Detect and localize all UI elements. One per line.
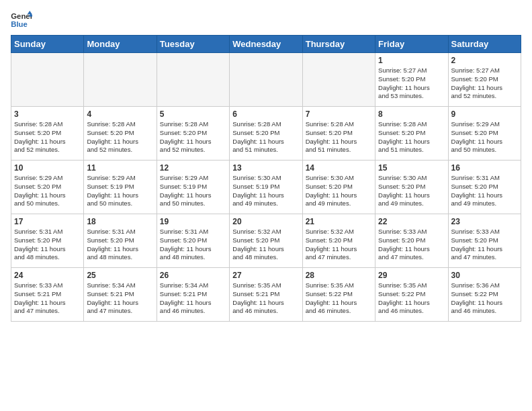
day-number: 7: [306, 109, 372, 119]
day-number: 25: [87, 271, 153, 280]
calendar-cell: [11, 53, 84, 107]
day-info: Sunrise: 5:30 AM Sunset: 5:20 PM Dayligh…: [378, 174, 445, 208]
calendar-cell: 25Sunrise: 5:34 AM Sunset: 5:21 PM Dayli…: [84, 268, 157, 322]
day-number: 20: [232, 217, 299, 226]
calendar-cell: 8Sunrise: 5:28 AM Sunset: 5:20 PM Daylig…: [375, 107, 448, 161]
day-info: Sunrise: 5:34 AM Sunset: 5:21 PM Dayligh…: [160, 281, 226, 316]
calendar-cell: 6Sunrise: 5:28 AM Sunset: 5:20 PM Daylig…: [230, 107, 302, 161]
calendar-cell: 24Sunrise: 5:33 AM Sunset: 5:21 PM Dayli…: [11, 268, 84, 322]
calendar-cell: 16Sunrise: 5:31 AM Sunset: 5:20 PM Dayli…: [448, 161, 521, 214]
day-info: Sunrise: 5:31 AM Sunset: 5:20 PM Dayligh…: [160, 228, 226, 262]
calendar-week-5: 24Sunrise: 5:33 AM Sunset: 5:21 PM Dayli…: [11, 268, 521, 322]
day-info: Sunrise: 5:28 AM Sunset: 5:20 PM Dayligh…: [232, 120, 299, 154]
day-info: Sunrise: 5:29 AM Sunset: 5:19 PM Dayligh…: [160, 174, 226, 208]
calendar-week-3: 10Sunrise: 5:29 AM Sunset: 5:20 PM Dayli…: [11, 161, 521, 214]
day-number: 15: [378, 163, 445, 173]
day-header-saturday: Saturday: [448, 36, 521, 53]
calendar-cell: 14Sunrise: 5:30 AM Sunset: 5:20 PM Dayli…: [302, 161, 375, 214]
day-number: 26: [160, 271, 226, 280]
day-info: Sunrise: 5:33 AM Sunset: 5:21 PM Dayligh…: [14, 281, 81, 316]
day-number: 17: [14, 217, 81, 226]
day-info: Sunrise: 5:28 AM Sunset: 5:20 PM Dayligh…: [14, 120, 81, 154]
day-info: Sunrise: 5:35 AM Sunset: 5:22 PM Dayligh…: [378, 281, 445, 316]
day-info: Sunrise: 5:30 AM Sunset: 5:19 PM Dayligh…: [232, 174, 299, 208]
calendar-cell: 22Sunrise: 5:33 AM Sunset: 5:20 PM Dayli…: [375, 214, 448, 268]
day-info: Sunrise: 5:28 AM Sunset: 5:20 PM Dayligh…: [378, 120, 445, 154]
calendar-cell: [157, 53, 229, 107]
calendar-cell: 5Sunrise: 5:28 AM Sunset: 5:20 PM Daylig…: [157, 107, 229, 161]
day-number: 6: [232, 109, 299, 119]
day-number: 12: [160, 163, 226, 173]
day-number: 8: [378, 109, 445, 119]
day-info: Sunrise: 5:27 AM Sunset: 5:20 PM Dayligh…: [378, 66, 445, 101]
day-info: Sunrise: 5:36 AM Sunset: 5:22 PM Dayligh…: [451, 281, 518, 316]
calendar-cell: [302, 53, 375, 107]
calendar-cell: 12Sunrise: 5:29 AM Sunset: 5:19 PM Dayli…: [157, 161, 229, 214]
day-info: Sunrise: 5:31 AM Sunset: 5:20 PM Dayligh…: [451, 174, 518, 208]
calendar-cell: [84, 53, 157, 107]
page-header: General Blue: [11, 11, 521, 30]
day-number: 16: [451, 163, 518, 173]
calendar-cell: 15Sunrise: 5:30 AM Sunset: 5:20 PM Dayli…: [375, 161, 448, 214]
calendar-cell: 23Sunrise: 5:33 AM Sunset: 5:20 PM Dayli…: [448, 214, 521, 268]
day-info: Sunrise: 5:29 AM Sunset: 5:20 PM Dayligh…: [451, 120, 518, 154]
day-info: Sunrise: 5:32 AM Sunset: 5:20 PM Dayligh…: [306, 228, 372, 262]
day-info: Sunrise: 5:27 AM Sunset: 5:20 PM Dayligh…: [451, 66, 518, 101]
calendar-cell: 27Sunrise: 5:35 AM Sunset: 5:21 PM Dayli…: [230, 268, 302, 322]
day-number: 13: [232, 163, 299, 173]
calendar-table: SundayMondayTuesdayWednesdayThursdayFrid…: [11, 35, 521, 322]
day-number: 28: [306, 271, 372, 280]
day-number: 27: [232, 271, 299, 280]
day-info: Sunrise: 5:31 AM Sunset: 5:20 PM Dayligh…: [87, 228, 153, 262]
day-number: 3: [14, 109, 81, 119]
calendar-cell: 20Sunrise: 5:32 AM Sunset: 5:20 PM Dayli…: [230, 214, 302, 268]
svg-text:Blue: Blue: [11, 20, 28, 28]
calendar-cell: 11Sunrise: 5:29 AM Sunset: 5:19 PM Dayli…: [84, 161, 157, 214]
calendar-cell: 2Sunrise: 5:27 AM Sunset: 5:20 PM Daylig…: [448, 53, 521, 107]
calendar-cell: 9Sunrise: 5:29 AM Sunset: 5:20 PM Daylig…: [448, 107, 521, 161]
calendar-cell: 30Sunrise: 5:36 AM Sunset: 5:22 PM Dayli…: [448, 268, 521, 322]
day-number: 23: [451, 217, 518, 226]
day-number: 24: [14, 271, 81, 280]
calendar-cell: 29Sunrise: 5:35 AM Sunset: 5:22 PM Dayli…: [375, 268, 448, 322]
calendar-cell: 1Sunrise: 5:27 AM Sunset: 5:20 PM Daylig…: [375, 53, 448, 107]
day-header-wednesday: Wednesday: [230, 36, 302, 53]
day-info: Sunrise: 5:33 AM Sunset: 5:20 PM Dayligh…: [451, 228, 518, 262]
day-header-sunday: Sunday: [11, 36, 84, 53]
calendar-week-1: 1Sunrise: 5:27 AM Sunset: 5:20 PM Daylig…: [11, 53, 521, 107]
day-number: 4: [87, 109, 153, 119]
day-info: Sunrise: 5:34 AM Sunset: 5:21 PM Dayligh…: [87, 281, 153, 316]
day-number: 30: [451, 271, 518, 280]
day-number: 22: [378, 217, 445, 226]
calendar-cell: [230, 53, 302, 107]
calendar-cell: 19Sunrise: 5:31 AM Sunset: 5:20 PM Dayli…: [157, 214, 229, 268]
calendar-week-4: 17Sunrise: 5:31 AM Sunset: 5:20 PM Dayli…: [11, 214, 521, 268]
calendar-cell: 7Sunrise: 5:28 AM Sunset: 5:20 PM Daylig…: [302, 107, 375, 161]
day-info: Sunrise: 5:29 AM Sunset: 5:20 PM Dayligh…: [14, 174, 81, 208]
day-info: Sunrise: 5:28 AM Sunset: 5:20 PM Dayligh…: [306, 120, 372, 154]
calendar-cell: 28Sunrise: 5:35 AM Sunset: 5:22 PM Dayli…: [302, 268, 375, 322]
day-info: Sunrise: 5:30 AM Sunset: 5:20 PM Dayligh…: [306, 174, 372, 208]
calendar-week-2: 3Sunrise: 5:28 AM Sunset: 5:20 PM Daylig…: [11, 107, 521, 161]
day-header-tuesday: Tuesday: [157, 36, 229, 53]
calendar-cell: 10Sunrise: 5:29 AM Sunset: 5:20 PM Dayli…: [11, 161, 84, 214]
day-info: Sunrise: 5:35 AM Sunset: 5:21 PM Dayligh…: [232, 281, 299, 316]
day-info: Sunrise: 5:33 AM Sunset: 5:20 PM Dayligh…: [378, 228, 445, 262]
calendar-cell: 13Sunrise: 5:30 AM Sunset: 5:19 PM Dayli…: [230, 161, 302, 214]
day-info: Sunrise: 5:28 AM Sunset: 5:20 PM Dayligh…: [87, 120, 153, 154]
calendar-header-row: SundayMondayTuesdayWednesdayThursdayFrid…: [11, 36, 521, 53]
day-number: 18: [87, 217, 153, 226]
day-info: Sunrise: 5:31 AM Sunset: 5:20 PM Dayligh…: [14, 228, 81, 262]
day-number: 2: [451, 56, 518, 65]
day-number: 5: [160, 109, 226, 119]
calendar-cell: 17Sunrise: 5:31 AM Sunset: 5:20 PM Dayli…: [11, 214, 84, 268]
calendar-cell: 4Sunrise: 5:28 AM Sunset: 5:20 PM Daylig…: [84, 107, 157, 161]
day-info: Sunrise: 5:32 AM Sunset: 5:20 PM Dayligh…: [232, 228, 299, 262]
day-number: 9: [451, 109, 518, 119]
calendar-cell: 3Sunrise: 5:28 AM Sunset: 5:20 PM Daylig…: [11, 107, 84, 161]
day-number: 11: [87, 163, 153, 173]
calendar-cell: 26Sunrise: 5:34 AM Sunset: 5:21 PM Dayli…: [157, 268, 229, 322]
day-number: 21: [306, 217, 372, 226]
calendar-cell: 21Sunrise: 5:32 AM Sunset: 5:20 PM Dayli…: [302, 214, 375, 268]
day-number: 1: [378, 56, 445, 65]
